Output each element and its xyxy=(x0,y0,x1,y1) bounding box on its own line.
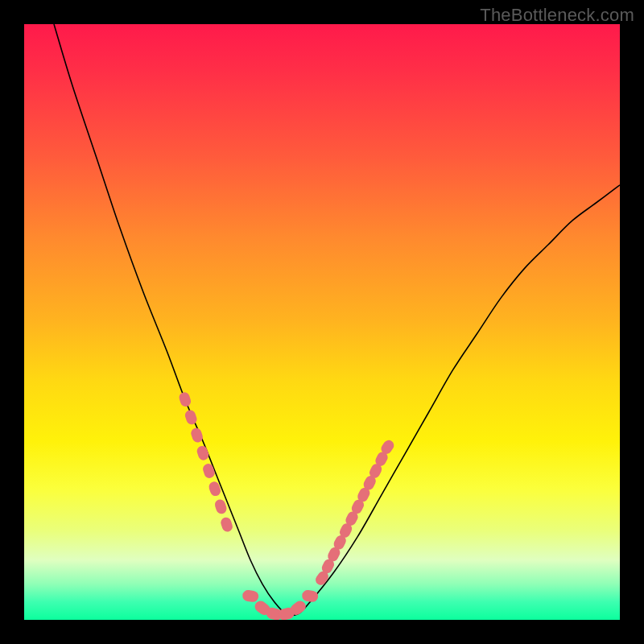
marker-pill xyxy=(301,589,319,603)
marker-pill xyxy=(201,462,216,479)
marker-pill xyxy=(213,498,228,515)
curve-markers xyxy=(178,391,396,620)
marker-pill xyxy=(178,391,192,408)
frame: TheBottleneck.com xyxy=(0,0,644,644)
marker-pill xyxy=(220,516,234,533)
marker-pill xyxy=(190,427,204,444)
marker-pill xyxy=(184,409,198,426)
marker-pill xyxy=(196,444,210,461)
bottleneck-curve xyxy=(54,24,620,615)
plot-area xyxy=(24,24,620,620)
marker-pill xyxy=(242,589,259,603)
chart-svg xyxy=(24,24,620,620)
watermark-text: TheBottleneck.com xyxy=(480,5,634,26)
